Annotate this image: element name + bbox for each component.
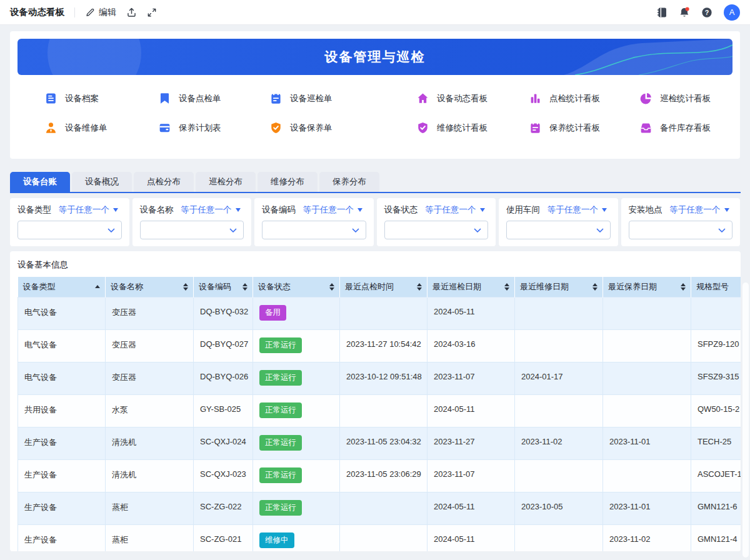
column-header-8[interactable]: 最近保养日期 xyxy=(603,277,691,297)
column-header-5[interactable]: 最近点检时间 xyxy=(340,277,428,297)
cell-code: SC-ZG-021 xyxy=(194,524,253,551)
caret-down-icon xyxy=(358,208,362,212)
tab-3[interactable]: 点检分布 xyxy=(134,172,194,192)
shortcut-label: 巡检统计看板 xyxy=(660,93,711,104)
tab-4[interactable]: 巡检分布 xyxy=(196,172,256,192)
tab-6[interactable]: 保养分布 xyxy=(319,172,379,192)
table-row: 电气设备变压器DQ-BYQ-026正常运行2023-10-12 09:51:48… xyxy=(18,362,741,394)
filter-select[interactable] xyxy=(262,221,366,239)
table-header-row: 设备类型设备名称设备编码设备状态最近点检时间最近巡检日期最近维修日期最近保养日期… xyxy=(18,277,741,297)
cell-maintain_date xyxy=(603,459,691,492)
avatar[interactable]: A xyxy=(724,4,740,21)
share-button[interactable] xyxy=(126,7,137,18)
shortcut-item-3[interactable]: 设备巡检单 xyxy=(270,92,417,104)
shortcut-item-11[interactable]: 保养统计看板 xyxy=(529,122,640,134)
cell-inspect_time: 2023-11-05 23:06:29 xyxy=(340,459,428,492)
column-header-2[interactable]: 设备名称 xyxy=(106,277,194,297)
shortcut-item-9[interactable]: 设备保养单 xyxy=(270,122,417,134)
cell-name: 变压器 xyxy=(106,362,194,394)
column-header-6[interactable]: 最近巡检日期 xyxy=(428,277,515,297)
shortcut-item-4[interactable]: 设备动态看板 xyxy=(417,92,529,104)
chevron-down-icon xyxy=(474,224,481,236)
filter-label: 设备名称 xyxy=(140,204,174,216)
fullscreen-button[interactable] xyxy=(147,8,157,18)
filter-operator-dropdown[interactable]: 等于任意一个 xyxy=(181,204,241,216)
sort-icon xyxy=(681,283,686,291)
column-label: 最近保养日期 xyxy=(608,281,657,292)
tab-1[interactable]: 设备台账 xyxy=(10,172,70,192)
cell-model: QW50-15-2 xyxy=(691,394,741,427)
cell-repair_date xyxy=(515,459,603,492)
table-row: 电气设备变压器DQ-BYQ-032备用2024-05-11 xyxy=(18,297,741,329)
sort-asc-icon xyxy=(95,285,100,288)
table-row: 生产设备蒸柜SC-ZG-021维修中2024-05-112023-11-02GM… xyxy=(18,524,741,551)
column-label: 最近点检时间 xyxy=(345,281,394,292)
shortcut-item-12[interactable]: 备件库存看板 xyxy=(640,122,726,134)
shortcut-item-6[interactable]: 巡检统计看板 xyxy=(640,92,726,104)
shortcut-item-10[interactable]: 维修统计看板 xyxy=(417,122,529,134)
column-header-9[interactable]: 规格型号 xyxy=(691,277,741,297)
filter-select[interactable] xyxy=(384,221,489,239)
notifications-button[interactable] xyxy=(679,7,690,18)
column-label: 设备状态 xyxy=(258,281,291,292)
filter-operator-dropdown[interactable]: 等于任意一个 xyxy=(426,204,485,216)
tab-5[interactable]: 维修分布 xyxy=(258,172,318,192)
cell-status: 正常运行 xyxy=(253,427,340,459)
filter-select[interactable] xyxy=(629,221,733,239)
contacts-icon xyxy=(656,7,668,18)
cell-inspect_time: 2023-11-05 23:04:32 xyxy=(340,427,428,459)
cell-patrol_date: 2024-05-11 xyxy=(428,524,515,551)
column-header-3[interactable]: 设备编码 xyxy=(194,277,253,297)
caret-down-icon xyxy=(480,208,485,212)
column-header-4[interactable]: 设备状态 xyxy=(253,277,340,297)
table-panel: 设备基本信息 设备类型设备名称设备编码设备状态最近点检时间最近巡检日期最近维修日… xyxy=(10,251,741,551)
column-header-1[interactable]: 设备类型 xyxy=(18,277,106,297)
edit-label: 编辑 xyxy=(99,7,116,18)
shortcut-item-2[interactable]: 设备点检单 xyxy=(159,92,270,104)
shortcut-item-8[interactable]: 保养计划表 xyxy=(159,122,270,134)
topbar: 设备动态看板 编辑 xyxy=(0,0,750,25)
cell-type: 生产设备 xyxy=(18,459,106,492)
cell-type: 共用设备 xyxy=(18,394,106,427)
filter-select[interactable] xyxy=(140,221,244,239)
cell-status: 正常运行 xyxy=(253,362,340,394)
cell-code: DQ-BYQ-032 xyxy=(194,297,253,329)
cell-maintain_date xyxy=(603,362,691,394)
filter-operator-dropdown[interactable]: 等于任意一个 xyxy=(670,204,729,216)
cell-status: 正常运行 xyxy=(253,394,340,427)
cell-name: 变压器 xyxy=(106,329,194,362)
shortcut-item-7[interactable]: 设备维修单 xyxy=(45,122,159,134)
column-header-7[interactable]: 最近维修日期 xyxy=(515,277,603,297)
filter-operator-label: 等于任意一个 xyxy=(303,204,354,216)
cell-repair_date xyxy=(515,297,603,329)
cell-maintain_date: 2023-11-02 xyxy=(603,524,691,551)
cell-inspect_time xyxy=(340,492,428,524)
filter-operator-dropdown[interactable]: 等于任意一个 xyxy=(303,204,362,216)
shortcut-label: 设备巡检单 xyxy=(290,93,332,104)
table-row: 生产设备清洗机SC-QXJ-024正常运行2023-11-05 23:04:32… xyxy=(18,427,741,459)
chevron-down-icon xyxy=(718,224,726,236)
column-label: 最近巡检日期 xyxy=(432,281,481,292)
filter-select[interactable] xyxy=(506,221,611,239)
sort-icon xyxy=(329,283,334,291)
status-badge: 正常运行 xyxy=(259,468,302,483)
svg-text:?: ? xyxy=(705,8,709,16)
shortcut-item-5[interactable]: 点检统计看板 xyxy=(529,92,640,104)
edit-button[interactable]: 编辑 xyxy=(85,7,116,18)
shortcut-item-1[interactable]: 设备档案 xyxy=(45,92,159,104)
cell-inspect_time: 2023-11-27 10:54:42 xyxy=(340,329,428,362)
vertical-scrollbar[interactable] xyxy=(742,282,749,558)
filter-operator-dropdown[interactable]: 等于任意一个 xyxy=(548,204,607,216)
filter-operator-dropdown[interactable]: 等于任意一个 xyxy=(59,204,118,216)
header-panel: 设备管理与巡检 设备档案设备点检单设备巡检单设备动态看板点检统计看板巡检统计看板… xyxy=(10,31,740,159)
cell-status: 正常运行 xyxy=(253,459,340,492)
filter-card-1: 设备类型 等于任意一个 xyxy=(10,198,129,246)
cell-patrol_date: 2023-11-27 xyxy=(428,427,515,459)
column-label: 设备编码 xyxy=(199,281,231,292)
filter-select[interactable] xyxy=(18,221,122,239)
tab-2[interactable]: 设备概况 xyxy=(72,172,132,192)
contacts-button[interactable] xyxy=(656,7,668,18)
shortcut-label: 设备动态看板 xyxy=(437,93,488,104)
help-button[interactable]: ? xyxy=(701,7,712,18)
cell-status: 备用 xyxy=(253,297,340,329)
